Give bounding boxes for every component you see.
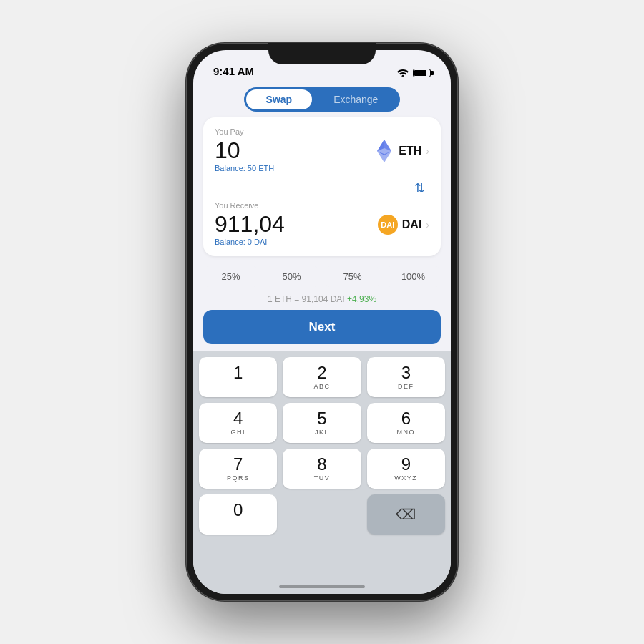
phone-frame: 9:41 AM Swap Exchange <box>186 43 458 601</box>
swap-arrow-container: ⇅ <box>215 178 429 198</box>
pay-chevron-icon: › <box>426 145 429 157</box>
screen: 9:41 AM Swap Exchange <box>193 50 451 594</box>
dai-icon: DAI <box>378 215 398 235</box>
pay-token-selector[interactable]: ETH › <box>374 141 429 161</box>
receive-label: You Receive <box>215 201 429 210</box>
rate-change: +4.93% <box>347 294 376 304</box>
pay-label: You Pay <box>215 127 429 136</box>
eth-icon <box>374 141 394 161</box>
pct-100[interactable]: 100% <box>386 266 441 287</box>
percentage-row: 25% 50% 75% 100% <box>203 266 441 287</box>
pay-token-name: ETH <box>399 145 421 157</box>
battery-icon <box>413 69 431 77</box>
swap-direction-button[interactable]: ⇅ <box>409 178 429 198</box>
key-1[interactable]: 1 <box>199 357 277 397</box>
wifi-icon <box>397 69 409 77</box>
receive-chevron-icon: › <box>426 219 429 230</box>
rate-text: 1 ETH = 91,104 DAI <box>268 294 345 304</box>
pct-75[interactable]: 75% <box>325 266 380 287</box>
pay-balance: Balance: 50 ETH <box>215 164 429 172</box>
key-9[interactable]: 9 WXYZ <box>367 449 445 489</box>
pay-section: You Pay 10 <box>215 127 429 172</box>
keypad-grid: 1 2 ABC 3 DEF 4 GHI <box>199 357 445 535</box>
receive-token-selector[interactable]: DAI DAI › <box>378 215 429 235</box>
key-5[interactable]: 5 JKL <box>283 403 361 443</box>
key-delete[interactable]: ⌫ <box>367 494 445 535</box>
tab-swap[interactable]: Swap <box>246 89 313 109</box>
key-6[interactable]: 6 MNO <box>367 403 445 443</box>
key-3[interactable]: 3 DEF <box>367 357 445 397</box>
key-2[interactable]: 2 ABC <box>283 357 361 397</box>
receive-token-name: DAI <box>402 218 422 231</box>
receive-amount: 911,04 <box>215 211 285 238</box>
home-indicator <box>279 585 365 588</box>
tab-bar: Swap Exchange <box>193 82 451 117</box>
swap-card: You Pay 10 <box>203 117 441 256</box>
key-4[interactable]: 4 GHI <box>199 403 277 443</box>
pay-amount-row: 10 <box>215 137 429 164</box>
receive-section: You Receive 911,04 DAI DAI › Balance: 0 … <box>215 201 429 246</box>
keypad-area: 1 2 ABC 3 DEF 4 GHI <box>193 351 451 594</box>
tab-exchange[interactable]: Exchange <box>313 89 398 109</box>
status-icons <box>397 69 431 77</box>
key-empty <box>283 494 361 535</box>
status-time: 9:41 AM <box>213 65 254 77</box>
key-7[interactable]: 7 PQRS <box>199 449 277 489</box>
rate-info: 1 ETH = 91,104 DAI +4.93% <box>193 294 451 304</box>
pct-50[interactable]: 50% <box>264 266 319 287</box>
receive-balance: Balance: 0 DAI <box>215 238 429 246</box>
tab-group: Swap Exchange <box>244 87 401 112</box>
pct-25[interactable]: 25% <box>203 266 258 287</box>
notch <box>268 43 376 64</box>
delete-icon: ⌫ <box>396 506 416 523</box>
key-8[interactable]: 8 TUV <box>283 449 361 489</box>
next-button[interactable]: Next <box>203 310 441 344</box>
receive-amount-row: 911,04 DAI DAI › <box>215 211 429 238</box>
key-0[interactable]: 0 <box>199 494 277 535</box>
pay-amount: 10 <box>215 137 240 164</box>
